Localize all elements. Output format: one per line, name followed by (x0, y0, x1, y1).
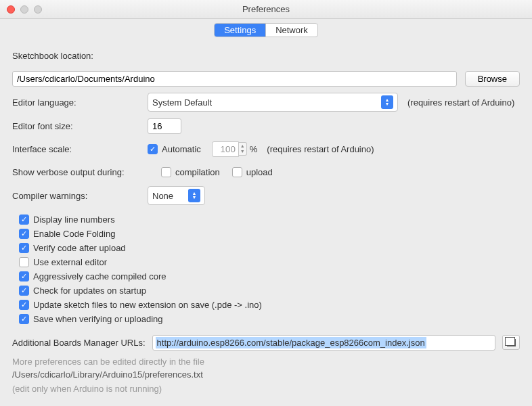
verbose-label: Show verbose output during: (12, 167, 161, 177)
automatic-label: Automatic (162, 144, 201, 154)
font-size-label: Editor font size: (12, 121, 148, 131)
scale-stepper[interactable]: ▲▼ (212, 141, 247, 157)
check-updates-checkbox[interactable]: ✓ (19, 286, 29, 296)
upload-label: upload (246, 167, 273, 177)
editor-language-label: Editor language: (12, 97, 148, 108)
restart-hint: (requires restart of Arduino) (407, 97, 514, 108)
sketchbook-label: Sketchbook location: (12, 51, 93, 61)
automatic-checkbox[interactable]: ✓ (148, 144, 158, 154)
chevron-updown-icon: ▲▼ (188, 189, 200, 202)
update-ext-checkbox[interactable]: ✓ (19, 300, 29, 310)
compiler-warnings-label: Compiler warnings: (12, 191, 148, 201)
line-numbers-label: Display line numbers (33, 215, 115, 225)
tab-group: Settings Network (214, 23, 318, 37)
percent-label: % (250, 144, 258, 154)
upload-checkbox[interactable] (232, 167, 242, 177)
spinner-icon[interactable]: ▲▼ (239, 142, 247, 156)
interface-scale-label: Interface scale: (12, 144, 148, 154)
boards-urls-value: http://arduino.esp8266.com/stable/packag… (156, 337, 426, 348)
editor-language-value: System Default (152, 97, 212, 108)
open-urls-dialog-button[interactable] (502, 335, 520, 350)
edit-only-note: (edit only when Arduino is not running) (12, 384, 520, 394)
font-size-input[interactable] (148, 118, 181, 134)
scale-input[interactable] (212, 141, 239, 157)
save-verify-label: Save when verifying or uploading (33, 314, 163, 324)
compiler-warnings-select[interactable]: None ▲▼ (148, 186, 205, 205)
restart-hint-2: (requires restart of Arduino) (267, 144, 374, 154)
update-ext-label: Update sketch files to new extension on … (33, 300, 262, 310)
tab-settings[interactable]: Settings (215, 24, 266, 37)
content-panel: Sketchbook location: Browse Editor langu… (0, 40, 532, 401)
compiler-warnings-value: None (152, 191, 173, 201)
verify-upload-checkbox[interactable]: ✓ (19, 243, 29, 253)
editor-language-select[interactable]: System Default ▲▼ (148, 93, 398, 112)
more-prefs-note: More preferences can be edited directly … (12, 357, 520, 367)
verify-upload-label: Verify code after upload (33, 243, 126, 253)
boards-urls-label: Additional Boards Manager URLs: (12, 338, 146, 348)
browse-button[interactable]: Browse (465, 71, 520, 87)
compilation-checkbox[interactable] (161, 167, 171, 177)
titlebar: Preferences (0, 0, 532, 19)
code-folding-label: Enable Code Folding (33, 229, 115, 239)
line-numbers-checkbox[interactable]: ✓ (19, 215, 29, 225)
window-title: Preferences (0, 4, 532, 14)
external-editor-checkbox[interactable] (19, 257, 29, 267)
code-folding-checkbox[interactable]: ✓ (19, 229, 29, 239)
window-icon (507, 339, 516, 346)
sketchbook-path-input[interactable] (12, 71, 457, 87)
compilation-label: compilation (175, 167, 220, 177)
tab-network[interactable]: Network (266, 24, 317, 37)
boards-urls-input[interactable]: http://arduino.esp8266.com/stable/packag… (152, 335, 495, 351)
external-editor-label: Use external editor (33, 257, 107, 267)
tab-bar: Settings Network (0, 19, 532, 40)
cache-core-checkbox[interactable]: ✓ (19, 271, 29, 281)
save-verify-checkbox[interactable]: ✓ (19, 314, 29, 324)
check-updates-label: Check for updates on startup (33, 286, 146, 296)
prefs-path: /Users/cdicarlo/Library/Arduino15/prefer… (12, 369, 520, 380)
cache-core-label: Aggressively cache compiled core (33, 271, 167, 281)
footer: OK Cancel (0, 401, 532, 406)
chevron-updown-icon: ▲▼ (381, 95, 393, 109)
